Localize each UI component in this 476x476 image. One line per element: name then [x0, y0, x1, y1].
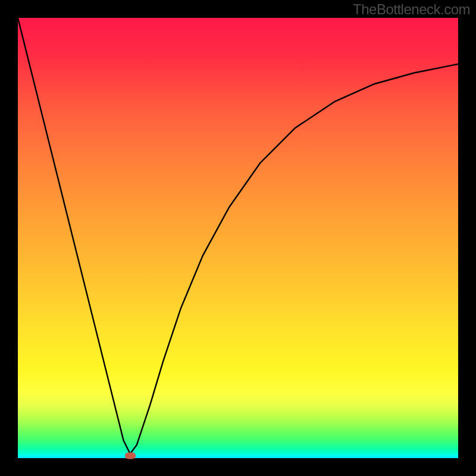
watermark-label: TheBottleneck.com [353, 1, 470, 18]
chart-frame: TheBottleneck.com [0, 0, 476, 476]
plot-area [18, 18, 458, 458]
minimum-marker [125, 452, 136, 459]
bottleneck-curve [18, 18, 458, 458]
